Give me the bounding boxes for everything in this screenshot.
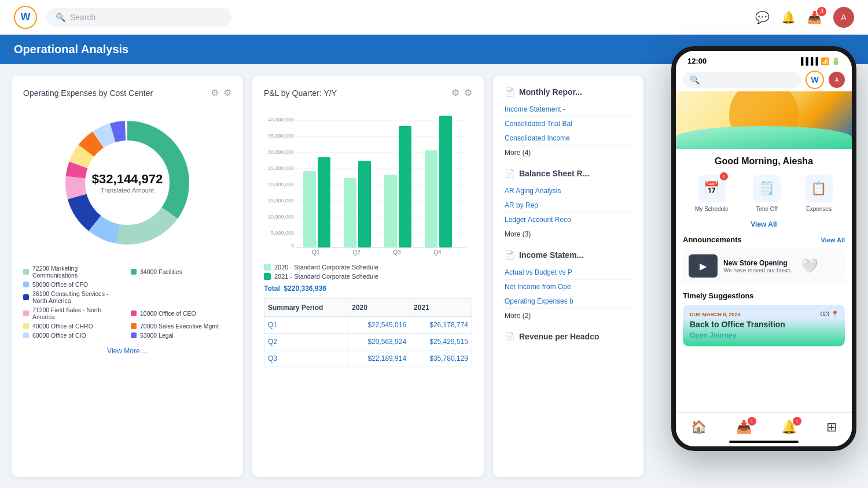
svg-text:40,000,000: 40,000,000 [268, 117, 294, 123]
monthly-reports-title: 📄 Monthly Repor... [505, 87, 632, 97]
legend-item: 72200 Marketing Communications [23, 265, 124, 279]
chat-icon[interactable]: 💬 [755, 10, 770, 24]
legend-item: 34000 Facilities [131, 265, 231, 279]
page-title: Operational Analysis [14, 43, 128, 56]
svg-text:Q3: Q3 [393, 249, 401, 256]
svg-text:10,000,000: 10,000,000 [268, 214, 294, 220]
report-more-2[interactable]: More (3) [505, 227, 632, 241]
svg-text:25,000,000: 25,000,000 [268, 165, 294, 171]
svg-rect-32 [358, 161, 371, 247]
phone-search-bar[interactable]: 🔍 [683, 72, 801, 88]
battery-icon: 🔋 [832, 57, 840, 65]
filter-icon-bar[interactable]: ⚙ [451, 87, 459, 98]
svg-rect-34 [399, 126, 411, 247]
inbox-nav-item[interactable]: 📥 1 [736, 420, 752, 435]
legend-item: 53000 Legal [131, 332, 231, 339]
svg-text:35,000,000: 35,000,000 [268, 133, 294, 139]
global-search[interactable]: 🔍 Search [46, 8, 231, 27]
svg-rect-33 [384, 175, 397, 247]
report-link-trial-bal[interactable]: Consolidated Trial Bal [505, 117, 632, 131]
legend-item: 40000 Office of CHRO [23, 323, 124, 330]
report-icon: 📄 [505, 87, 514, 97]
user-avatar[interactable]: A [833, 7, 854, 28]
report-link-actual[interactable]: Actual vs Budget vs P [505, 265, 632, 280]
svg-text:5,000,000: 5,000,000 [271, 230, 294, 236]
report-icon-bs: 📄 [505, 169, 514, 178]
filter-icon[interactable]: ⚙ [211, 87, 219, 98]
bar-chart-legend: 2020 - Standard Corporate Schedule 2021 … [264, 264, 472, 280]
grid-nav-icon: ⊞ [826, 420, 837, 435]
legend-item: 70000 Sales Executive Mgmt [131, 323, 231, 330]
report-link-income-stmt[interactable]: Income Statement - [505, 102, 632, 117]
my-schedule-action[interactable]: 📅! My Schedule [695, 175, 729, 212]
timely-header: Timely Suggestions [683, 291, 845, 300]
report-more-3[interactable]: More (2) [505, 309, 632, 323]
donut-card-title: Operating Expenses by Cost Center [23, 88, 153, 98]
legend-item [131, 281, 231, 288]
report-icon-is: 📄 [505, 250, 514, 260]
total-row: Total $220,336,936 [264, 284, 472, 293]
report-link-consol-income[interactable]: Consolidated Income [505, 131, 632, 146]
quick-actions-row: 📅! My Schedule 🗒️ Time Off 📋 Expenses [683, 175, 845, 212]
phone-content: Good Morning, Aiesha 📅! My Schedule 🗒️ T… [676, 149, 852, 358]
col-2021: 2021 [410, 299, 472, 317]
phone-user-avatar[interactable]: A [829, 72, 845, 88]
report-link-ar-aging[interactable]: AR Aging Analysis [505, 184, 632, 198]
donut-card-header: Operating Expenses by Cost Center ⚙ ⚙ [23, 87, 231, 98]
svg-rect-31 [344, 178, 356, 247]
col-2020: 2020 [348, 299, 410, 317]
announcement-card[interactable]: ▶ New Store Opening We have moved our bu… [683, 249, 845, 283]
status-icons: ▐▐▐▐ 📶 🔋 [799, 57, 840, 65]
settings-icon[interactable]: ⚙ [223, 87, 231, 98]
legend-item: 60000 Office of CIO [23, 332, 124, 339]
due-badge: DUE MARCH 8, 2023 [690, 312, 838, 317]
balance-sheet-section: 📄 Balance Sheet R... AR Aging Analysis A… [505, 169, 632, 241]
home-nav-item[interactable]: 🏠 [691, 420, 707, 435]
announcement-text: New Store Opening We have moved our busi… [723, 259, 795, 273]
report-link-ledger[interactable]: Ledger Account Reco [505, 213, 632, 227]
announcements-header: Announcements View All [683, 235, 845, 244]
view-more-link[interactable]: View More ... [23, 347, 231, 355]
svg-text:Q1: Q1 [312, 249, 320, 256]
workday-logo[interactable]: W [14, 6, 37, 29]
expenses-action[interactable]: 📋 Expenses [805, 175, 833, 212]
bell-nav-item[interactable]: 🔔 1 [781, 420, 797, 435]
inbox-icon[interactable]: 📥 3 [807, 10, 822, 24]
bar-card-header: P&L by Quarter: Y/Y ⚙ ⚙ [264, 87, 472, 98]
bell-icon[interactable]: 🔔 [781, 10, 796, 24]
report-link-ar-rep[interactable]: AR by Rep [505, 198, 632, 213]
report-more-1[interactable]: More (4) [505, 146, 632, 160]
report-link-op-expenses[interactable]: Operating Expenses b [505, 294, 632, 309]
legend-2020: 2020 - Standard Corporate Schedule [264, 264, 472, 271]
table-row: Q3 $22,189,914 $35,780,129 [264, 350, 472, 367]
timely-wave [683, 317, 845, 346]
bell-nav-badge: 1 [793, 417, 801, 426]
inbox-nav-badge: 1 [748, 417, 756, 426]
phone-logo: W [806, 71, 824, 89]
announcement-thumb: ▶ [689, 254, 718, 278]
settings-icon-bar[interactable]: ⚙ [464, 87, 472, 98]
income-stmt-title: 📄 Income Statem... [505, 250, 632, 260]
nav-right-section: 💬 🔔 📥 3 A [755, 7, 854, 28]
timeoff-icon: 🗒️ [753, 175, 781, 202]
phone-banner [676, 91, 852, 149]
svg-text:15,000,000: 15,000,000 [268, 198, 294, 204]
bar-card-controls: ⚙ ⚙ [451, 87, 472, 98]
inbox-badge: 3 [817, 7, 826, 16]
view-all-button[interactable]: View All [683, 220, 845, 228]
grid-nav-item[interactable]: ⊞ [826, 420, 837, 435]
home-icon: 🏠 [691, 420, 707, 435]
announcements-view-all[interactable]: View All [821, 236, 845, 243]
time-off-action[interactable]: 🗒️ Time Off [753, 175, 781, 212]
schedule-icon: 📅! [698, 175, 726, 202]
donut-center-label: $32,144,972 Translated Amount [92, 172, 163, 194]
summary-table: Summary Period 2020 2021 Q1 $22,545,016 … [264, 298, 472, 367]
report-icon-rev: 📄 [505, 332, 514, 341]
legend-2021: 2021 - Standard Corporate Schedule [264, 273, 472, 280]
phone-scroll-content: Good Morning, Aiesha 📅! My Schedule 🗒️ T… [676, 149, 852, 429]
bar-chart-card: P&L by Quarter: Y/Y ⚙ ⚙ 40,000,000 35,00… [252, 76, 484, 477]
donut-chart-card: Operating Expenses by Cost Center ⚙ ⚙ [12, 76, 243, 477]
balance-sheet-title: 📄 Balance Sheet R... [505, 169, 632, 178]
report-link-net-income[interactable]: Net Income from Ope [505, 280, 632, 294]
svg-text:20,000,000: 20,000,000 [268, 182, 294, 187]
